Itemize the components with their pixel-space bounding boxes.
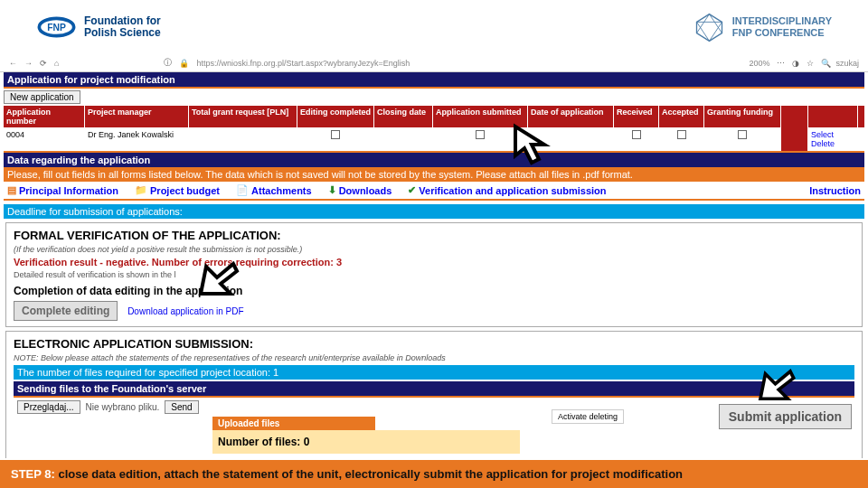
col-received: Received [614, 106, 659, 127]
conference-icon [693, 12, 725, 43]
top-banner: FNP Foundation for Polish Science INTERD… [0, 0, 868, 54]
search-icon[interactable]: 🔍 [821, 59, 831, 68]
search-input[interactable]: szukaj [835, 59, 859, 68]
col-closing-date: Closing date [374, 106, 433, 127]
fnp-logo: FNP Foundation for Polish Science [36, 14, 161, 40]
col-app-number: Application number [4, 106, 85, 127]
tab-downloads[interactable]: ⬇Downloads [328, 184, 392, 196]
check-icon: ✔ [408, 184, 416, 196]
file-icon: 📄 [236, 184, 249, 196]
formal-note: (If the verification does not yield a po… [14, 245, 854, 254]
conf-text-2: FNP CONFERENCE [732, 27, 832, 39]
verification-negative: Verification result - negative. Number o… [14, 257, 854, 267]
col-date-app: Date of application [528, 106, 614, 127]
sending-files-bar: Sending files to the Foundation's server [14, 381, 854, 398]
col-editing-completed: Editing completed [297, 106, 374, 127]
shield-icon[interactable]: ◑ [792, 59, 799, 68]
table-row: 0004 Dr Eng. Janek Kowalski Select Delet… [4, 127, 864, 153]
detail-text: Detailed result of verification is shown… [14, 270, 854, 279]
back-icon[interactable]: ← [9, 59, 17, 68]
checkbox-received[interactable] [632, 130, 641, 139]
zoom-level: 200% [749, 59, 769, 68]
download-pdf-link[interactable]: Download application in PDF [127, 306, 243, 316]
cell-closing [374, 127, 433, 151]
delete-link[interactable]: Delete [811, 139, 835, 148]
col-project-manager: Project manager [85, 106, 189, 127]
files-required-bar: The number of files required for specifi… [14, 365, 854, 380]
conference-logo: INTERDISCIPLINARY FNP CONFERENCE [693, 12, 832, 43]
data-regarding-title: Data regarding the application [4, 153, 864, 167]
completion-title: Completion of data editing in the applic… [14, 285, 854, 297]
download-icon: ⬇ [328, 184, 336, 196]
cell-grant [189, 127, 297, 151]
col-blank [781, 106, 808, 127]
home-icon[interactable]: ⌂ [54, 59, 59, 68]
conf-text-1: INTERDISCIPLINARY [732, 15, 832, 27]
no-file-text: Nie wybrano pliku. [86, 402, 160, 412]
footer-step: STEP 8: [11, 467, 55, 481]
reload-icon[interactable]: ⟳ [40, 59, 47, 68]
browse-button[interactable]: Przeglądaj... [17, 400, 80, 414]
url-bar[interactable]: https://wnioski.fnp.org.pl/Start.aspx?wy… [196, 59, 741, 68]
info-icon[interactable]: ⓘ [164, 57, 172, 69]
new-application-button[interactable]: New application [4, 90, 80, 104]
formal-title: FORMAL VERIFICATION OF THE APPLICATION: [14, 229, 854, 242]
browser-bar: ← → ⟳ ⌂ ⓘ 🔒 https://wnioski.fnp.org.pl/S… [0, 54, 868, 72]
svg-line-6 [696, 22, 709, 41]
star-icon[interactable]: ☆ [807, 59, 814, 68]
table-header: Application number Project manager Total… [4, 106, 864, 127]
col-grant-request: Total grant request [PLN] [189, 106, 297, 127]
tab-verification[interactable]: ✔Verification and application submission [408, 184, 606, 196]
fnp-text-2: Polish Science [84, 27, 161, 39]
fnp-logo-icon: FNP [36, 14, 77, 40]
svg-line-3 [696, 14, 709, 33]
cell-mgr: Dr Eng. Janek Kowalski [85, 127, 189, 151]
checkbox-accepted[interactable] [677, 130, 686, 139]
footer-text: close data edition, attach the statement… [55, 467, 683, 481]
select-link[interactable]: Select [811, 130, 834, 139]
page-title: Application for project modification [4, 72, 864, 89]
activate-deleting-button[interactable]: Activate deleting [552, 409, 624, 424]
checkbox-granting[interactable] [738, 130, 747, 139]
doc-icon: ▤ [7, 184, 16, 196]
deadline-bar: Deadline for submission of applications: [4, 204, 864, 219]
checkbox-editing[interactable] [331, 130, 340, 139]
folder-icon: 📁 [135, 184, 147, 196]
files-count-box: Number of files: 0 [212, 430, 520, 454]
dots-icon[interactable]: ⋯ [777, 59, 785, 68]
tab-attachments[interactable]: 📄Attachments [236, 184, 312, 196]
cell-num: 0004 [4, 127, 85, 151]
checkbox-submitted[interactable] [476, 130, 485, 139]
electronic-note: NOTE: Below please attach the statements… [14, 353, 854, 362]
lock-icon: 🔒 [179, 59, 189, 68]
col-actions [808, 106, 858, 127]
instruction-link[interactable]: Instruction [809, 185, 861, 196]
col-accepted: Accepted [659, 106, 704, 127]
tab-project-budget[interactable]: 📁Project budget [135, 184, 220, 196]
svg-line-4 [709, 14, 722, 33]
svg-text:FNP: FNP [47, 23, 66, 33]
formal-verification-box: FORMAL VERIFICATION OF THE APPLICATION: … [5, 222, 863, 327]
svg-line-7 [709, 22, 722, 41]
tab-principal-info[interactable]: ▤Principal Information [7, 184, 118, 196]
uploaded-header: Uploaded files [212, 417, 375, 430]
warning-bar: Please, fill out fields in all forms lis… [4, 167, 864, 182]
forward-icon[interactable]: → [24, 59, 33, 68]
send-button[interactable]: Send [165, 400, 198, 414]
col-granting: Granting funding [704, 106, 781, 127]
complete-editing-button[interactable]: Complete editing [14, 301, 118, 321]
footer-bar: STEP 8: close data edition, attach the s… [0, 458, 868, 488]
electronic-title: ELECTRONIC APPLICATION SUBMISSION: [14, 337, 854, 351]
col-app-submitted: Application submitted [433, 106, 528, 127]
nav-tabs: ▤Principal Information 📁Project budget 📄… [4, 182, 864, 201]
cell-date [528, 127, 614, 151]
submit-application-button[interactable]: Submit application [719, 404, 852, 429]
